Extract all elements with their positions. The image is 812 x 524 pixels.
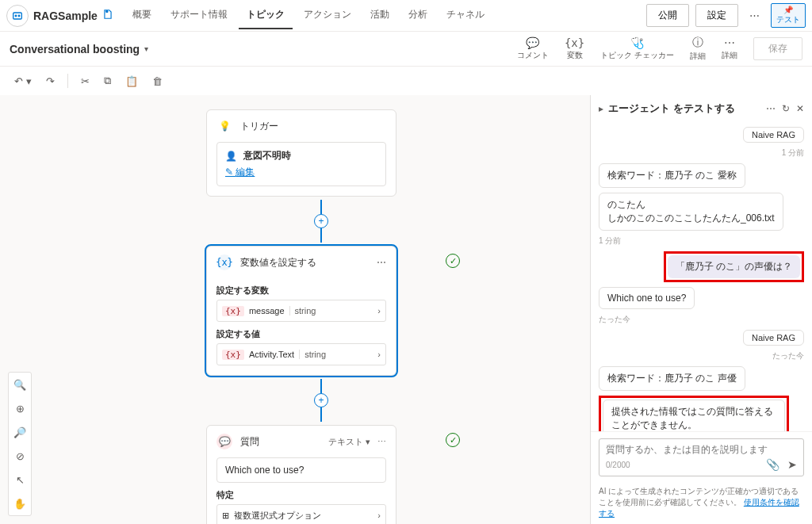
attach-button[interactable]: 📎 (766, 458, 779, 471)
variable-name: message (249, 306, 285, 316)
node-question[interactable]: 💬 質問 テキスト ▾ ⋯ Which one to use? 特定 ⊞ 複数選… (206, 425, 396, 524)
bot-message-line: 提供された情報ではこの質問に答えることができません。 (611, 405, 776, 431)
test-more-button[interactable]: ⋯ (766, 103, 776, 114)
svg-point-3 (106, 10, 108, 12)
nav-action[interactable]: アクション (296, 2, 359, 29)
chat-transcript[interactable]: Naive RAG 1 分前 検索ワード：鹿乃子 のこ 愛称 のこたん しかのこ… (591, 122, 812, 431)
bot-message-line: のこたん (607, 198, 775, 212)
test-close-button[interactable]: ✕ (796, 103, 804, 114)
authoring-canvas[interactable]: 🔍 ⊕ 🔎 ⊘ ↖ ✋ 💡 トリガー 👤意図不明時 ✎ 編集 (0, 95, 590, 524)
app-logo (6, 5, 29, 27)
timestamp: たった今 (772, 350, 804, 361)
tool-more-label: 詳細 (722, 50, 737, 61)
options-icon: ⊞ (222, 511, 229, 521)
char-counter: 0/2000 (606, 461, 630, 469)
info-icon: ⓘ (692, 36, 703, 50)
chevron-right-icon: › (377, 511, 381, 520)
topic-subheader: Conversational boosting ▾ 💬コメント {x}変数 🩺ト… (0, 32, 812, 67)
tool-checker[interactable]: 🩺トピック チェッカー (600, 36, 674, 61)
add-node-button[interactable]: + (314, 214, 328, 228)
rag-tag: Naive RAG (743, 330, 804, 346)
nav-activity[interactable]: 活動 (362, 2, 397, 29)
node-set-variable[interactable]: {x} 変数値を設定する ⋯ 設定する変数 {x} message string… (206, 246, 396, 376)
value-expr: Activity.Text (249, 350, 294, 359)
chat-input[interactable] (606, 444, 797, 455)
send-button[interactable]: ➤ (787, 458, 797, 471)
undo-toolbar: ↶ ▾ ↷ ✂ ⧉ 📋 🗑 (0, 67, 812, 95)
question-prompt: Which one to use? (225, 465, 304, 476)
zoom-in-button[interactable]: 🔍 (9, 373, 31, 396)
save-button[interactable]: 保存 (753, 37, 802, 60)
zoom-out-button[interactable]: 🔎 (9, 420, 31, 444)
tool-comment[interactable]: 💬コメント (517, 36, 549, 61)
edit-trigger-link[interactable]: ✎ 編集 (225, 166, 255, 179)
chevron-right-icon: › (377, 306, 381, 316)
connector: + (206, 200, 436, 243)
label-value: 設定する値 (216, 328, 386, 340)
delete-button[interactable]: 🗑 (151, 74, 164, 89)
nav-channel[interactable]: チャネル (439, 2, 492, 29)
chat-input-area: 0/2000 📎 ➤ (591, 431, 812, 483)
variable-icon: {x} (565, 36, 584, 49)
copy-button[interactable]: ⧉ (102, 73, 113, 89)
redo-button[interactable]: ↷ (44, 74, 56, 89)
svg-point-1 (15, 15, 17, 17)
bot-message: 検索ワード：鹿乃子 のこ 声優 (599, 366, 745, 391)
value-picker[interactable]: {x} Activity.Text string › (216, 343, 386, 365)
bot-message: 提供された情報ではこの質問に答えることができません。 しかのこのこのここしたんた… (603, 400, 785, 431)
ai-disclaimer: AI によって生成されたコンテンツが正確かつ適切であることを使用前に必ず確認して… (591, 483, 812, 524)
tool-comment-label: コメント (517, 50, 549, 61)
paste-button[interactable]: 📋 (124, 74, 140, 89)
minimap-button[interactable]: ⊘ (9, 444, 31, 468)
nav-overview[interactable]: 概要 (124, 2, 159, 29)
tool-more[interactable]: ⋯詳細 (722, 36, 737, 61)
collapse-icon[interactable]: ▸ (599, 103, 603, 114)
question-prompt-box[interactable]: Which one to use? (216, 457, 386, 483)
check-icon: ✓ (446, 254, 460, 268)
test-toggle-button[interactable]: 📌 テスト (771, 3, 806, 28)
app-header: RAGSample 概要 サポート情報 トピック アクション 活動 分析 チャネ… (0, 0, 812, 32)
highlight-box: 「鹿乃子 のこ」の声優は？ (664, 251, 804, 282)
tool-detail-label: 詳細 (690, 51, 706, 62)
node-trigger-body: 👤意図不明時 ✎ 編集 (216, 142, 386, 186)
node-trigger-condition: 意図不明時 (243, 149, 291, 163)
node-more-button[interactable]: ⋯ (377, 257, 386, 268)
tool-checker-label: トピック チェッカー (600, 50, 674, 61)
add-node-button[interactable]: + (314, 393, 328, 407)
topic-title[interactable]: Conversational boosting (10, 43, 140, 55)
variable-picker[interactable]: {x} message string › (216, 300, 386, 322)
pan-tool-button[interactable]: ✋ (9, 491, 31, 515)
test-refresh-button[interactable]: ↻ (782, 103, 790, 114)
timestamp: 1 分前 (782, 147, 804, 159)
timestamp: たった今 (599, 314, 630, 325)
more-header-button[interactable]: ⋯ (745, 6, 764, 25)
chevron-down-icon[interactable]: ▾ (144, 44, 148, 53)
nav-support[interactable]: サポート情報 (163, 2, 236, 29)
node-question-title: 質問 (240, 435, 259, 449)
fx-icon: {x} (216, 254, 232, 270)
question-icon: 💬 (216, 434, 232, 449)
cut-button[interactable]: ✂ (79, 74, 91, 89)
tool-variables[interactable]: {x}変数 (565, 36, 584, 61)
node-trigger[interactable]: 💡 トリガー 👤意図不明時 ✎ 編集 (206, 109, 396, 197)
label-variable: 設定する変数 (216, 285, 386, 296)
app-name: RAGSample (33, 10, 98, 22)
nav-topic[interactable]: トピック (239, 2, 293, 29)
checker-icon: 🩺 (630, 36, 644, 49)
identify-picker[interactable]: ⊞ 複数選択式オプション › (216, 504, 386, 524)
highlight-box: 提供された情報ではこの質問に答えることができません。 しかのこのこのここしたんた… (599, 396, 789, 431)
variable-type: string (289, 306, 316, 316)
test-toggle-label: テスト (776, 14, 800, 25)
bot-message: 検索ワード：鹿乃子 のこ 愛称 (599, 163, 745, 188)
undo-button[interactable]: ↶ ▾ (13, 74, 33, 89)
publish-button[interactable]: 公開 (646, 4, 689, 27)
settings-button[interactable]: 設定 (695, 4, 738, 27)
nav-analytics[interactable]: 分析 (400, 2, 435, 29)
bot-message-line: しかのこのこのここしたんたん_006.txt (607, 212, 775, 225)
select-tool-button[interactable]: ↖ (9, 468, 31, 491)
zoom-fit-button[interactable]: ⊕ (9, 396, 31, 420)
node-question-mode[interactable]: テキスト ▾ ⋯ (328, 436, 386, 448)
svg-rect-0 (13, 13, 22, 19)
tool-detail[interactable]: ⓘ詳細 (690, 36, 706, 62)
more-icon: ⋯ (724, 36, 735, 49)
